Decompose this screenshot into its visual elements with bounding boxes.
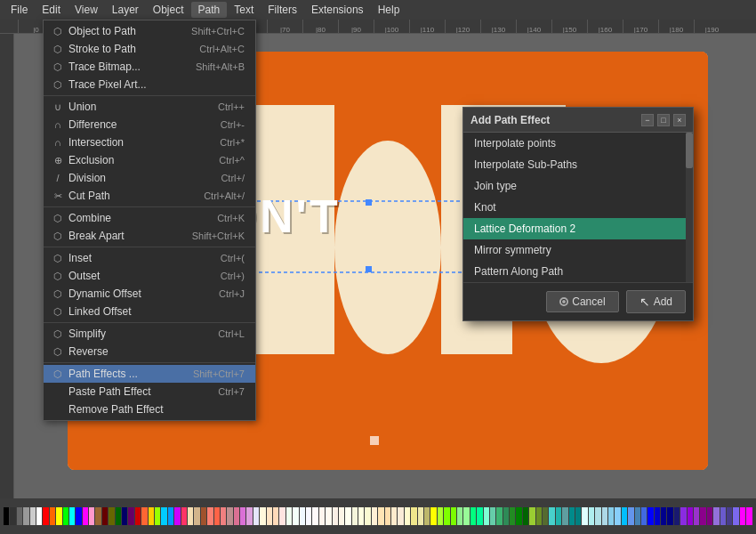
palette-floralwhite[interactable] bbox=[326, 507, 331, 525]
palette-seagreen[interactable] bbox=[503, 507, 509, 525]
palette-darkorchid[interactable] bbox=[694, 507, 699, 525]
palette-darkcyan[interactable] bbox=[569, 507, 575, 525]
palette-purple2[interactable] bbox=[707, 507, 712, 525]
menu-item-trace-pixel-art[interactable]: ⬡ Trace Pixel Art... bbox=[44, 76, 255, 93]
palette-mediumaquamarine[interactable] bbox=[490, 507, 495, 525]
palette-lightblue[interactable] bbox=[602, 507, 607, 525]
palette-bisque[interactable] bbox=[267, 507, 272, 525]
palette-teal[interactable] bbox=[69, 507, 75, 525]
palette-honeydew[interactable] bbox=[286, 507, 292, 525]
palette-lightseagreen[interactable] bbox=[556, 507, 561, 525]
palette-navajowhite[interactable] bbox=[385, 507, 390, 525]
palette-cadetblue[interactable] bbox=[562, 507, 567, 525]
palette-cornflowerblue[interactable] bbox=[628, 507, 633, 525]
palette-darkgray[interactable] bbox=[10, 507, 15, 525]
menu-item-reverse[interactable]: ⬡ Reverse bbox=[44, 343, 255, 360]
palette-olive[interactable] bbox=[109, 507, 114, 525]
palette-yellowgreen[interactable] bbox=[529, 507, 535, 525]
menu-item-linked-offset[interactable]: ⬡ Linked Offset bbox=[44, 303, 255, 320]
palette-plum[interactable] bbox=[246, 507, 252, 525]
palette-dodgerblue[interactable] bbox=[168, 507, 173, 525]
palette-beige[interactable] bbox=[352, 507, 358, 525]
menu-filters[interactable]: Filters bbox=[261, 2, 304, 18]
menu-item-outset[interactable]: ⬡ Outset Ctrl+) bbox=[44, 267, 255, 285]
palette-darkkhaki[interactable] bbox=[424, 507, 430, 525]
add-button[interactable]: ↖ Add bbox=[626, 290, 686, 313]
palette-darkolivegreen[interactable] bbox=[543, 507, 548, 525]
palette-wheat[interactable] bbox=[188, 507, 193, 525]
palette-ghostwhite[interactable] bbox=[306, 507, 311, 525]
palette-springgreen[interactable] bbox=[470, 507, 476, 525]
list-item-pattern-along-path[interactable]: Pattern Along Path bbox=[463, 261, 693, 282]
palette-darkviolet[interactable] bbox=[688, 507, 693, 525]
palette-darkgreen2[interactable] bbox=[523, 507, 528, 525]
menu-item-break-apart[interactable]: ⬡ Break Apart Shift+Ctrl+K bbox=[44, 227, 255, 245]
dialog-maximize-button[interactable]: □ bbox=[657, 114, 670, 126]
palette-mediumpurple[interactable] bbox=[713, 507, 719, 525]
menu-object[interactable]: Object bbox=[146, 2, 191, 18]
palette-purple[interactable] bbox=[83, 507, 88, 525]
palette-salmon[interactable] bbox=[207, 507, 213, 525]
palette-cornsilk[interactable] bbox=[260, 507, 265, 525]
palette-mediumturquoise[interactable] bbox=[549, 507, 554, 525]
palette-darkslateblue[interactable] bbox=[727, 507, 732, 525]
palette-orange[interactable] bbox=[50, 507, 55, 525]
palette-rosybrown[interactable] bbox=[227, 507, 232, 525]
menu-item-simplify[interactable]: ⬡ Simplify Ctrl+L bbox=[44, 325, 255, 343]
menu-extensions[interactable]: Extensions bbox=[304, 2, 371, 18]
palette-green2[interactable] bbox=[516, 507, 521, 525]
dialog-minimize-button[interactable]: − bbox=[641, 114, 654, 126]
palette-midnightblue[interactable] bbox=[674, 507, 680, 525]
palette-darkgreen[interactable] bbox=[116, 507, 121, 525]
palette-teal2[interactable] bbox=[575, 507, 581, 525]
palette-greenyellow[interactable] bbox=[438, 507, 443, 525]
menu-item-division[interactable]: / Division Ctrl+/ bbox=[44, 169, 255, 187]
palette-royalblue[interactable] bbox=[641, 507, 647, 525]
palette-blanchedalmond[interactable] bbox=[391, 507, 397, 525]
palette-ivory[interactable] bbox=[345, 507, 350, 525]
menu-item-trace-bitmap[interactable]: ⬡ Trace Bitmap... Shift+Alt+B bbox=[44, 58, 255, 76]
palette-gray[interactable] bbox=[17, 507, 22, 525]
palette-blueviolet[interactable] bbox=[680, 507, 686, 525]
palette-palevioletred[interactable] bbox=[234, 507, 239, 525]
menu-item-remove-path-effect[interactable]: Remove Path Effect bbox=[44, 400, 255, 418]
menu-item-inset[interactable]: ⬡ Inset Ctrl+( bbox=[44, 249, 255, 267]
palette-olivedrab[interactable] bbox=[536, 507, 542, 525]
list-scrollbar[interactable] bbox=[686, 133, 693, 282]
palette-white[interactable] bbox=[36, 507, 42, 525]
palette-steelblue[interactable] bbox=[635, 507, 640, 525]
palette-mistyrose[interactable] bbox=[279, 507, 285, 525]
palette-tomato[interactable] bbox=[214, 507, 220, 525]
menu-item-difference[interactable]: ∩ Difference Ctrl+- bbox=[44, 116, 255, 134]
scrollbar-thumb[interactable] bbox=[686, 133, 693, 168]
list-item-mirror-symmetry[interactable]: Mirror symmetry bbox=[463, 239, 693, 261]
menu-item-paste-path-effect[interactable]: Paste Path Effect Ctrl+7 bbox=[44, 383, 255, 400]
menu-view[interactable]: View bbox=[68, 2, 105, 18]
palette-papayawhip[interactable] bbox=[372, 507, 377, 525]
palette-silver[interactable] bbox=[30, 507, 36, 525]
palette-peachpuff[interactable] bbox=[273, 507, 278, 525]
palette-mediumseagreen[interactable] bbox=[496, 507, 502, 525]
palette-lightcoral[interactable] bbox=[221, 507, 226, 525]
palette-blue[interactable] bbox=[76, 507, 81, 525]
palette-red[interactable] bbox=[43, 507, 48, 525]
palette-maroon[interactable] bbox=[102, 507, 108, 525]
palette-aliceblue[interactable] bbox=[300, 507, 305, 525]
palette-forestgreen[interactable] bbox=[510, 507, 515, 525]
palette-paleturquoise[interactable] bbox=[589, 507, 594, 525]
palette-seashell[interactable] bbox=[319, 507, 325, 525]
menu-item-cut-path[interactable]: ✂ Cut Path Ctrl+Alt+/ bbox=[44, 187, 255, 205]
palette-snow[interactable] bbox=[312, 507, 318, 525]
palette-blue2[interactable] bbox=[647, 507, 653, 525]
palette-indigo[interactable] bbox=[128, 507, 133, 525]
palette-moccasin[interactable] bbox=[378, 507, 383, 525]
palette-navy2[interactable] bbox=[667, 507, 672, 525]
palette-tan[interactable] bbox=[194, 507, 199, 525]
menu-item-union[interactable]: ∪ Union Ctrl++ bbox=[44, 98, 255, 116]
menu-file[interactable]: File bbox=[4, 2, 35, 18]
list-item-interpolate-sub-paths[interactable]: Interpolate Sub-Paths bbox=[463, 154, 693, 175]
palette-slateblue[interactable] bbox=[720, 507, 726, 525]
palette-darkblue[interactable] bbox=[661, 507, 666, 525]
list-item-join-type[interactable]: Join type bbox=[463, 175, 693, 197]
palette-lemonchiffon[interactable] bbox=[405, 507, 410, 525]
